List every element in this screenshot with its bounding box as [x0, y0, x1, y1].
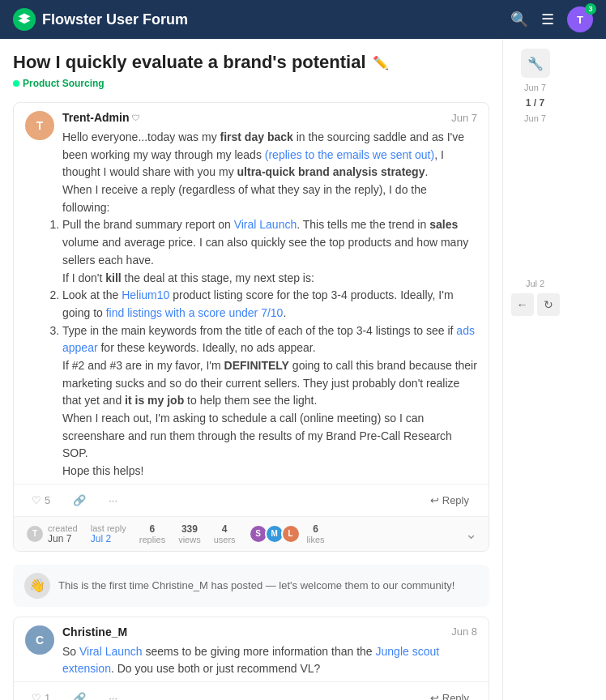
post-date: Jun 7 — [451, 112, 477, 124]
like-button[interactable]: ♡ 5 — [25, 491, 57, 510]
welcome-icon: 👋 — [24, 573, 50, 599]
reply-icon: ↩ — [430, 692, 439, 700]
post-actions: ♡ 5 🔗 ··· ↩ Reply — [14, 484, 489, 516]
last-reply-date: Jul 2 — [91, 533, 126, 544]
reply-post-1: C Christine_M Jun 8 So Viral Launch seem… — [13, 617, 489, 700]
reply-1-date: Jun 8 — [451, 625, 477, 638]
header: Flowster User Forum 🔍 ☰ T 3 — [0, 0, 606, 39]
created-meta: T created Jun 7 — [25, 523, 78, 544]
header-right: 🔍 ☰ T 3 — [510, 6, 593, 32]
users-label: users — [214, 535, 236, 544]
views-count: 339 — [178, 523, 201, 535]
logo-icon — [13, 8, 36, 31]
users-count: 4 — [214, 523, 236, 535]
like-icon: ♡ — [32, 692, 41, 700]
more-icon: ··· — [109, 494, 117, 506]
sidebar-progress: 1 / 7 — [526, 97, 544, 109]
notification-badge: 3 — [585, 3, 596, 15]
likes-meta: S M L 6 likes — [249, 523, 325, 544]
reply-1-avatar: C — [25, 625, 54, 655]
post-header: T Trent-Admin 🛡 Jun 7 Hello everyone...t… — [14, 103, 489, 484]
reply-1-header: C Christine_M Jun 8 So Viral Launch seem… — [14, 617, 489, 681]
reply-1-body: So Viral Launch seems to be giving more … — [62, 643, 477, 678]
reply-1-reply-label: Reply — [442, 692, 469, 700]
category-text: Product Sourcing — [23, 78, 105, 89]
list-item: Type in the main keywords from the title… — [62, 322, 477, 357]
creator-avatar-small: T — [25, 524, 45, 544]
sidebar-nav: ← ↻ — [511, 293, 560, 316]
replies-label: replies — [139, 535, 165, 544]
main-container: How I quickly evaluate a brand's potenti… — [0, 39, 606, 700]
edit-icon[interactable]: ✏️ — [373, 55, 389, 70]
avatar-l: L — [281, 524, 301, 544]
more-icon: ··· — [109, 692, 117, 700]
reply-icon: ↩ — [430, 494, 439, 506]
main-post: T Trent-Admin 🛡 Jun 7 Hello everyone...t… — [13, 102, 489, 552]
replies-count: 6 — [139, 523, 165, 535]
menu-icon[interactable]: ☰ — [541, 11, 554, 28]
sidebar-later-date: Jul 2 — [526, 279, 544, 288]
created-label: created — [48, 523, 78, 533]
search-icon[interactable]: 🔍 — [510, 11, 528, 28]
reply-1-link-button[interactable]: 🔗 — [66, 689, 92, 700]
like-icon: ♡ — [32, 494, 41, 506]
page-title: How I quickly evaluate a brand's potenti… — [13, 52, 489, 73]
reply-1-like-button[interactable]: ♡ 1 — [25, 689, 57, 700]
last-reply-meta: last reply Jul 2 — [91, 523, 126, 544]
avatar-initial: T — [577, 14, 583, 26]
sidebar-top-date: Jun 7 — [524, 83, 546, 92]
header-left: Flowster User Forum — [13, 8, 188, 31]
like-count: 5 — [45, 494, 50, 506]
post-body: Hello everyone...today was my first day … — [62, 129, 477, 480]
site-title: Flowster User Forum — [42, 11, 188, 28]
link-icon: 🔗 — [73, 494, 86, 506]
post-footer: T created Jun 7 last reply Jul 2 6 re — [14, 516, 489, 551]
link-button[interactable]: 🔗 — [66, 491, 92, 510]
admin-badge: 🛡 — [132, 113, 140, 122]
content-area: How I quickly evaluate a brand's potenti… — [0, 39, 502, 700]
reply-label: Reply — [442, 494, 469, 506]
reply-1-like-count: 1 — [45, 692, 50, 700]
avatar-group: S M L — [252, 524, 301, 544]
sidebar: 🔧 Jun 7 1 / 7 Jun 7 Jul 2 ← ↻ — [502, 39, 567, 700]
reply-1-more-button[interactable]: ··· — [102, 689, 124, 700]
category-dot — [13, 80, 19, 87]
wrench-icon[interactable]: 🔧 — [521, 49, 550, 78]
views-label: views — [178, 535, 201, 544]
reply-1-author: Christine_M — [62, 625, 127, 638]
author-name: Trent-Admin — [62, 111, 129, 124]
expand-button[interactable]: ⌄ — [465, 525, 477, 543]
likes-label: likes — [307, 535, 325, 544]
more-button[interactable]: ··· — [102, 491, 124, 510]
reply-1-reply-button[interactable]: ↩ Reply — [422, 689, 477, 700]
reply-1-actions: ♡ 1 🔗 ··· ↩ Reply — [14, 681, 489, 700]
list-item: Look at the Helium10 product listing sco… — [62, 287, 477, 322]
welcome-text: This is the first time Christine_M has p… — [58, 579, 454, 591]
views-meta: 339 views — [178, 523, 201, 544]
category-badge: Product Sourcing — [13, 78, 105, 89]
list-item: Pull the brand summary report on Viral L… — [62, 216, 477, 269]
created-date: Jun 7 — [48, 533, 78, 544]
post-likes-count: 6 — [307, 523, 325, 535]
link-icon: 🔗 — [73, 692, 86, 700]
reload-nav-button[interactable]: ↻ — [537, 293, 560, 316]
author-avatar: T — [25, 111, 54, 140]
back-nav-button[interactable]: ← — [511, 293, 534, 316]
users-meta: 4 users — [214, 523, 236, 544]
last-reply-label: last reply — [91, 523, 126, 533]
replies-meta: 6 replies — [139, 523, 165, 544]
user-avatar[interactable]: T 3 — [567, 6, 593, 32]
reply-button[interactable]: ↩ Reply — [422, 491, 477, 510]
welcome-notice: 👋 This is the first time Christine_M has… — [13, 565, 489, 607]
sidebar-bottom-date: Jun 7 — [524, 113, 546, 123]
